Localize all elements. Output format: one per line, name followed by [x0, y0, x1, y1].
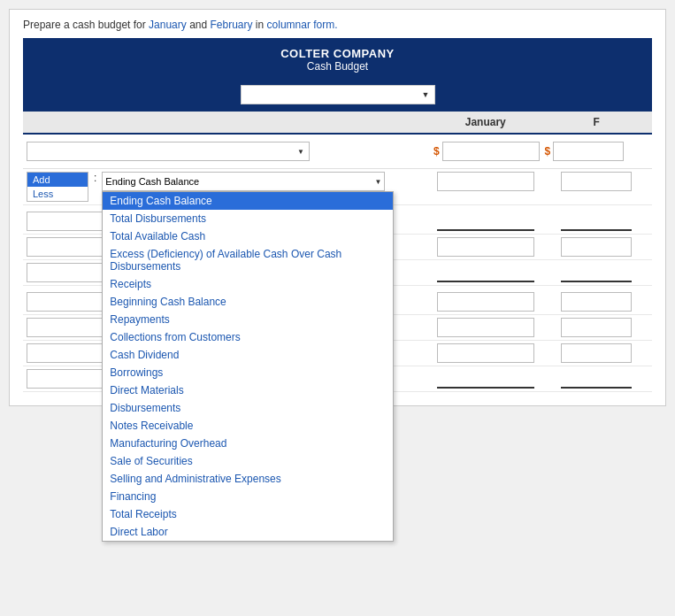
add-label[interactable]: Add — [27, 173, 88, 187]
highlight-february: February — [211, 19, 253, 31]
dropdown-item-notes-receivable[interactable]: Notes Receivable — [103, 417, 393, 435]
feb-cell-row1 — [541, 212, 653, 231]
feb-cell-row5 — [541, 318, 653, 337]
column-headers-row: January F — [23, 112, 652, 135]
jan-cell-row1 — [430, 212, 541, 231]
dropdown-item-borrowings[interactable]: Borrowings — [103, 364, 393, 381]
add-less-box[interactable]: Add Less — [27, 172, 88, 202]
dropdown-item-beginning-cash[interactable]: Beginning Cash Balance — [103, 293, 393, 311]
instruction-text: Prepare a cash budget for January and Fe… — [23, 19, 652, 31]
dropdown-item-selling-admin[interactable]: Selling and Administrative Expenses — [103, 470, 393, 488]
jan-cell-row2 — [430, 237, 541, 257]
dropdown-item-repayments[interactable]: Repayments — [103, 311, 393, 328]
table-header: COLTER COMPANY Cash Budget January and F… — [23, 38, 652, 112]
dropdown-item-sale-securities[interactable]: Sale of Securities — [103, 452, 393, 470]
feb-input-addless[interactable] — [561, 172, 632, 191]
feb-cell-row4 — [541, 292, 653, 312]
dollar-input-row: Ending Cash BalanceTotal DisbursementsTo… — [23, 135, 652, 169]
dropdown-item-disbursements[interactable]: Disbursements — [103, 399, 393, 417]
open-dropdown-value: Ending Cash Balance — [105, 176, 199, 187]
add-less-dropdown-wrapper: Add Less — [27, 172, 88, 202]
feb-input-row3[interactable] — [561, 263, 632, 282]
jan-cell-row6 — [430, 343, 541, 363]
dropdown-item-financing[interactable]: Financing — [103, 488, 393, 505]
jan-input-row5[interactable] — [437, 318, 534, 337]
dropdown-item-ending-cash[interactable]: Ending Cash Balance — [103, 192, 393, 210]
jan-cell-row3 — [430, 263, 541, 282]
dollar-sign-feb: $ — [545, 145, 551, 158]
dropdown-list: Ending Cash Balance Total Disbursements … — [102, 191, 394, 542]
dropdown-item-total-available[interactable]: Total Available Cash — [103, 227, 393, 245]
dropdown-item-direct-materials[interactable]: Direct Materials — [103, 381, 393, 399]
jan-dollar-cell: $ — [430, 142, 541, 161]
jan-cell-row4 — [430, 292, 541, 312]
jan-cell-row7 — [430, 369, 541, 389]
dollar-sign-jan: $ — [433, 145, 440, 158]
open-dropdown-trigger[interactable]: Ending Cash Balance — [102, 172, 385, 191]
company-subtitle: Cash Budget — [27, 60, 648, 73]
header-dropdown-row: January and February — [23, 80, 652, 112]
feb-input-row7[interactable] — [561, 369, 632, 389]
dropdown-item-total-receipts[interactable]: Total Receipts — [103, 505, 393, 523]
highlight-january: January — [149, 19, 187, 31]
col-header-february: F — [541, 116, 653, 128]
header-period-dropdown[interactable]: January and February — [241, 85, 435, 104]
feb-cell-row3 — [541, 263, 653, 282]
colon-separator: : — [92, 172, 98, 184]
jan-input-row3[interactable] — [437, 263, 534, 282]
jan-input-addless[interactable] — [437, 172, 534, 191]
company-name: COLTER COMPANY — [27, 47, 648, 60]
dropdown-item-manufacturing[interactable]: Manufacturing Overhead — [103, 435, 393, 452]
jan-input-row1[interactable] — [437, 212, 534, 231]
jan-input-row7[interactable] — [437, 369, 534, 389]
jan-cell-row5 — [430, 318, 541, 337]
feb-cell-row2 — [541, 237, 653, 257]
feb-input-row4[interactable] — [561, 292, 632, 312]
feb-input-row0[interactable] — [553, 142, 624, 161]
feb-cell-row7 — [541, 369, 653, 389]
jan-input-row6[interactable] — [437, 343, 534, 363]
row0-large-dropdown-wrapper: Ending Cash BalanceTotal DisbursementsTo… — [27, 142, 310, 161]
feb-cell-row6 — [541, 343, 653, 363]
dropdown-item-direct-labor[interactable]: Direct Labor — [103, 523, 393, 541]
less-label[interactable]: Less — [27, 187, 88, 201]
feb-dollar-cell: $ — [541, 142, 653, 161]
dropdown-item-excess-deficiency[interactable]: Excess (Deficiency) of Available Cash Ov… — [103, 245, 393, 275]
open-dropdown-container: Ending Cash Balance Ending Cash Balance … — [102, 172, 430, 191]
jan-input-row0[interactable] — [442, 142, 540, 161]
dropdown-item-total-disbursements[interactable]: Total Disbursements — [103, 210, 393, 227]
feb-cell-addless — [541, 172, 653, 191]
label-col-empty: Ending Cash BalanceTotal DisbursementsTo… — [23, 138, 430, 165]
col-header-empty — [23, 116, 430, 128]
feb-input-row5[interactable] — [561, 318, 632, 337]
jan-input-row2[interactable] — [437, 237, 534, 257]
feb-input-row6[interactable] — [561, 343, 632, 363]
highlight-form: columnar form. — [267, 19, 338, 31]
jan-cell-addless — [430, 172, 541, 191]
dropdown-item-collections[interactable]: Collections from Customers — [103, 328, 393, 346]
col-header-january: January — [430, 116, 541, 128]
header-dropdown-wrapper: January and February — [241, 85, 435, 104]
feb-input-row2[interactable] — [561, 237, 632, 257]
jan-input-row4[interactable] — [437, 292, 534, 312]
dropdown-item-receipts[interactable]: Receipts — [103, 275, 393, 293]
row0-large-dropdown[interactable]: Ending Cash BalanceTotal DisbursementsTo… — [27, 142, 310, 161]
dropdown-item-cash-dividend[interactable]: Cash Dividend — [103, 346, 393, 364]
main-container: Prepare a cash budget for January and Fe… — [9, 9, 666, 406]
feb-input-row1[interactable] — [561, 212, 632, 231]
